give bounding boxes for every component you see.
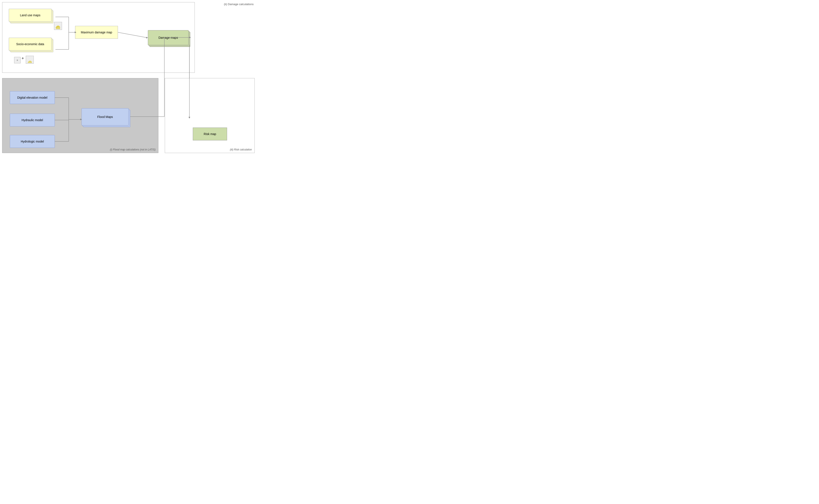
- land-use-box-front: Land use maps: [9, 9, 52, 22]
- hydraulic-box: Hydraulic model: [10, 114, 55, 126]
- damage-box-front: Damage maps: [148, 30, 189, 45]
- max-damage-box: Maximum damage map: [75, 26, 118, 39]
- socio-map-icon: [25, 55, 34, 65]
- risk-calc-label: (iii) Risk calculation: [230, 148, 252, 151]
- top-section: Land use maps Socio-economic data ≡ +: [2, 2, 195, 73]
- max-damage-label: Maximum damage map: [81, 31, 112, 34]
- risk-map-box: Risk map: [193, 128, 227, 140]
- bottom-right-section: Risk map (iii) Risk calculation: [165, 78, 255, 153]
- flood-calc-label: (i) Flood map calculations (not in LATIS…: [110, 148, 156, 151]
- dem-box: Digital elevation model: [10, 91, 55, 104]
- formula-icon: ≡: [14, 57, 21, 63]
- plus-sign: +: [22, 56, 24, 61]
- bottom-left-section: Digital elevation model Hydraulic model …: [2, 78, 158, 153]
- hydrologic-box: Hydrologic model: [10, 135, 55, 148]
- svg-line-7: [118, 32, 147, 38]
- socio-label: Socio-economic data: [16, 42, 44, 46]
- hydrologic-label: Hydrologic model: [21, 140, 44, 143]
- flood-box-front: Flood Maps: [82, 108, 129, 125]
- damage-maps-label: Damage maps: [158, 36, 178, 39]
- hydraulic-label: Hydraulic model: [22, 118, 43, 122]
- dem-label: Digital elevation model: [17, 96, 48, 99]
- land-use-label: Land use maps: [20, 13, 40, 17]
- svg-marker-8: [146, 37, 148, 39]
- land-use-map-icon: [54, 22, 62, 31]
- risk-map-label: Risk map: [204, 132, 216, 136]
- flood-maps-label: Flood Maps: [97, 115, 113, 119]
- socio-box-front: Socio-economic data: [9, 38, 52, 51]
- main-container: (ii) Damage calculations Land use maps S…: [2, 2, 255, 156]
